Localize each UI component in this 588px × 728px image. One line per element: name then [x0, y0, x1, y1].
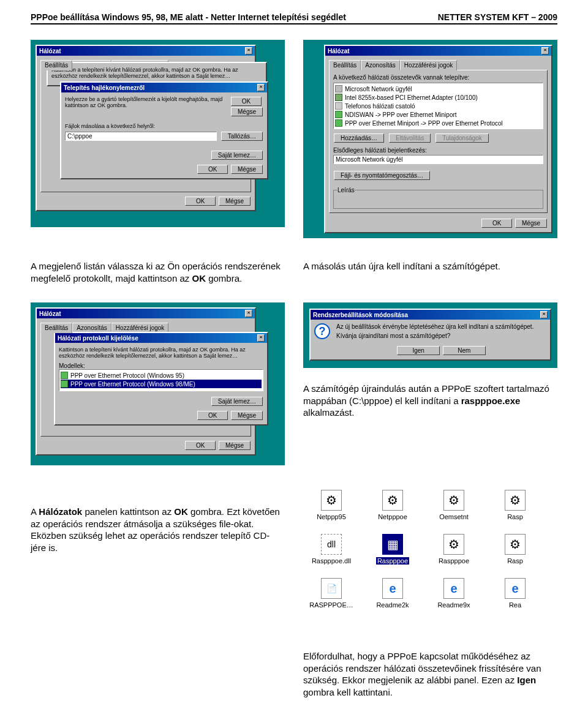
list-item[interactable]: Intel 8255x-based PCI Ethernet Adapter (…	[335, 93, 541, 102]
file-icon-selected[interactable]: ▦Raspppoe	[368, 534, 417, 565]
add-button[interactable]: Hozzáadás…	[334, 133, 384, 143]
path-input[interactable]: C:\pppoe	[65, 132, 217, 141]
file-icon[interactable]: ⚙Oemsetnt	[429, 490, 478, 520]
close-icon[interactable]: ×	[245, 47, 252, 54]
label: Elsődleges hálózati bejelentkezés:	[333, 147, 543, 154]
tab[interactable]: Beállítás	[40, 60, 72, 70]
dialog-text: Kívánja újraindítani most a számítógépet…	[336, 332, 546, 339]
body-text: A számítógép újraindulás aután a PPPoE s…	[303, 383, 557, 419]
screenshot-install-dialogs: Hálózat× Beállítás Azonosítás Hozzáférés…	[31, 40, 285, 227]
question-icon: ?	[314, 323, 330, 339]
file-icon[interactable]: ⚙Rasp	[491, 490, 540, 520]
file-icon[interactable]: ⚙Netppp95	[307, 490, 356, 520]
cancel-button[interactable]: Mégse	[515, 219, 547, 228]
cancel-button[interactable]: Mégse	[219, 441, 251, 450]
label: Leírás	[337, 187, 355, 193]
win-title: Hálózat	[39, 48, 61, 54]
cancel-button[interactable]: Mégse	[231, 107, 263, 116]
file-icon[interactable]: eReadme9x	[429, 578, 478, 609]
header-left: PPPoe beállítása Windows 95, 98, ME alat…	[31, 12, 346, 22]
properties-button: Tulajdonságok	[435, 133, 489, 143]
dialog-text: Kattintson a telepíteni kívánt hálózati …	[59, 347, 263, 359]
list-item[interactable]: NDISWAN -> PPP over Ethernet Miniport	[335, 110, 541, 119]
list-item[interactable]: PPP over Ethernet Protocol (Windows 98/M…	[61, 380, 262, 388]
dialog-title: Hálózati protokoll kijelölése	[58, 335, 138, 342]
file-icon[interactable]: eReadme2k	[368, 578, 417, 609]
ok-button[interactable]: OK	[197, 411, 228, 420]
browse-button[interactable]: Tallózás…	[221, 132, 263, 141]
page-header: PPPoe beállítása Windows 95, 98, ME alat…	[31, 12, 557, 24]
label: Fájlok másolása a következő helyről:	[65, 123, 263, 129]
body-text: A Hálózatok panelen kattintson az OK gom…	[31, 487, 285, 554]
close-icon[interactable]: ×	[245, 310, 252, 317]
own-disk-button[interactable]: Saját lemez…	[211, 151, 263, 160]
tab[interactable]: Beállítás	[329, 60, 361, 70]
ok-button[interactable]: OK	[197, 165, 228, 174]
body-text: A másolás után újra kell indítani a szám…	[303, 260, 557, 272]
file-icon[interactable]: ⚙Raspppoe	[429, 534, 478, 565]
ok-button[interactable]: OK	[185, 441, 216, 450]
dialog-text: Az új beállítások érvénybe léptetéséhez …	[336, 323, 546, 330]
share-button[interactable]: Fájl- és nyomtatómegosztás…	[334, 171, 430, 180]
ok-button[interactable]: OK	[185, 197, 216, 206]
ok-button[interactable]: OK	[481, 219, 512, 228]
own-disk-button[interactable]: Saját lemez…	[211, 397, 263, 406]
file-icon[interactable]: ⚙Rasp	[491, 534, 540, 565]
list-item[interactable]: PPP over Ethernet Miniport -> PPP over E…	[335, 119, 541, 127]
close-icon[interactable]: ×	[257, 334, 265, 342]
close-icon[interactable]: ×	[257, 84, 265, 91]
no-button[interactable]: Nem	[443, 346, 486, 355]
close-icon[interactable]: ×	[541, 47, 549, 54]
win-title: Hálózat	[328, 48, 350, 54]
dialog-title: Telepítés hajlékonylemezről	[64, 84, 145, 91]
body-text: A megjelenő listán válassza ki az Ön ope…	[31, 260, 285, 284]
screenshot-network-panel: Hálózat× Beállítás Azonosítás Hozzáférés…	[303, 40, 557, 238]
file-icon[interactable]: dllRaspppoe.dll	[307, 534, 356, 565]
cancel-button[interactable]: Mégse	[231, 165, 263, 174]
primary-login-select[interactable]: Microsoft Network ügyfél	[333, 155, 543, 164]
tab[interactable]: Azonosítás	[361, 60, 399, 70]
file-icon[interactable]: eRea	[491, 578, 540, 609]
win-title: Hálózat	[39, 310, 61, 317]
ok-button[interactable]: OK	[231, 97, 262, 106]
file-icon[interactable]: ⚙Netpppoe	[368, 490, 417, 520]
screenshot-restart-dialog: Rendszerbeállítások módosítása× ? Az új …	[303, 302, 557, 368]
cancel-button[interactable]: Mégse	[231, 411, 263, 420]
list-item[interactable]: Telefonos hálózati csatoló	[335, 102, 541, 110]
tab[interactable]: Beállítás	[40, 323, 72, 333]
dialog-text: Kattintson a telepíteni kívánt hálózati …	[51, 67, 262, 79]
tab[interactable]: Hozzáférési jogok	[400, 60, 457, 70]
screenshot-explorer-icons: ⚙Netppp95 ⚙Netpppoe ⚙Oemsetnt ⚙Rasp dllR…	[303, 484, 557, 628]
label: Modellek:	[59, 362, 263, 369]
cancel-button[interactable]: Mégse	[219, 197, 251, 206]
dialog-title: Rendszerbeállítások módosítása	[313, 312, 408, 318]
remove-button: Eltávolítás	[389, 133, 431, 143]
file-icon[interactable]: 📄RASPPPOE…	[307, 578, 356, 609]
list-item[interactable]: PPP over Ethernet Protocol (Windows 95)	[61, 371, 262, 380]
close-icon[interactable]: ×	[540, 311, 548, 318]
yes-button[interactable]: Igen	[397, 346, 440, 355]
body-text: Előfordulhat, hogy a PPPoE kapcsolat műk…	[303, 650, 557, 698]
list-item[interactable]: Microsoft Network ügyfél	[335, 84, 541, 93]
screenshot-protocol-select: Hálózat× Beállítás Azonosítás Hozzáférés…	[31, 302, 285, 465]
label: A következő hálózati összetevők vannak t…	[333, 74, 543, 81]
header-right: NETTER SYSTEM KFT – 2009	[438, 12, 557, 22]
dialog-text: Helyezze be a gyártó telepítőlemezét a k…	[65, 96, 225, 117]
